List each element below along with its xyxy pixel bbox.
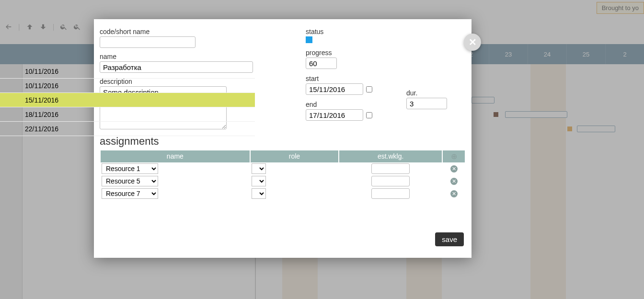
- assign-header-est: est.wklg.: [339, 150, 442, 162]
- role-select[interactable]: [252, 176, 266, 186]
- name-label: name: [100, 53, 296, 60]
- start-label: start: [306, 75, 397, 82]
- delete-assignment-icon[interactable]: ✕: [450, 190, 458, 197]
- status-label: status: [306, 28, 397, 35]
- gantt-row[interactable]: 18/11/2016: [0, 107, 255, 122]
- add-assignment-icon[interactable]: ⊕: [450, 152, 458, 160]
- code-input[interactable]: [100, 36, 196, 48]
- assignment-row: Resource 1✕: [101, 162, 465, 175]
- delete-assignment-icon[interactable]: ✕: [450, 165, 458, 172]
- end-checkbox[interactable]: [366, 112, 372, 118]
- start-date-input[interactable]: [306, 83, 363, 95]
- close-button[interactable]: ✕: [464, 34, 481, 51]
- assignments-table: name role est.wklg. ⊕ Resource 1✕Resourc…: [100, 150, 466, 200]
- role-select[interactable]: [252, 163, 266, 174]
- gantt-row[interactable]: 10/11/2016: [0, 79, 255, 93]
- assignments-title: assignments: [100, 135, 466, 148]
- dur-input[interactable]: [406, 98, 447, 109]
- est-input[interactable]: [371, 176, 410, 186]
- est-input[interactable]: [371, 163, 410, 174]
- progress-input[interactable]: [306, 58, 337, 69]
- resource-select[interactable]: Resource 1: [102, 163, 158, 174]
- assignment-row: Resource 5✕: [101, 175, 465, 187]
- est-input[interactable]: [371, 188, 410, 199]
- progress-label: progress: [306, 49, 397, 57]
- assign-header-name: name: [101, 150, 250, 162]
- status-color-swatch[interactable]: [306, 36, 312, 43]
- end-date-input[interactable]: [306, 109, 363, 121]
- save-button[interactable]: save: [435, 232, 464, 246]
- task-edit-modal: ✕ code/short name name description statu…: [94, 19, 472, 258]
- assignment-row: Resource 7✕: [101, 187, 465, 200]
- role-select[interactable]: [252, 188, 266, 199]
- end-label: end: [306, 101, 397, 108]
- assign-header-role: role: [251, 150, 338, 162]
- dur-label: dur.: [406, 89, 447, 97]
- delete-assignment-icon[interactable]: ✕: [450, 178, 458, 185]
- gantt-row[interactable]: 10/11/2016: [0, 64, 255, 79]
- gantt-row[interactable]: 22/11/2016: [0, 122, 255, 136]
- resource-select[interactable]: Resource 5: [102, 176, 158, 186]
- resource-select[interactable]: Resource 7: [102, 188, 158, 199]
- start-checkbox[interactable]: [366, 86, 372, 92]
- gantt-row[interactable]: 15/11/2016: [0, 93, 255, 107]
- code-label: code/short name: [100, 28, 296, 35]
